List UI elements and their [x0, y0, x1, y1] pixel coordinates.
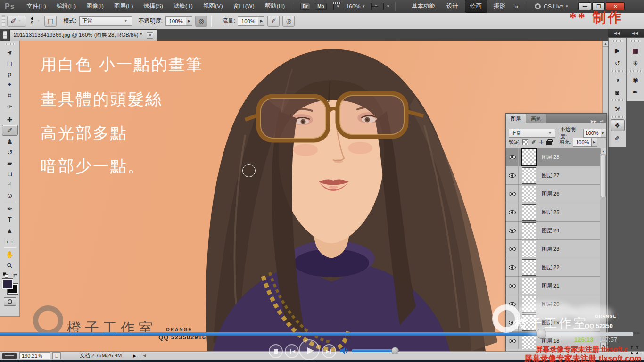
layer-row[interactable]: 图层 21 — [506, 277, 600, 295]
rectangular-marquee-tool[interactable]: ◻ — [2, 58, 18, 68]
lock-position-icon[interactable]: ✛ — [539, 139, 544, 146]
paths-icon[interactable]: ✒ — [628, 86, 643, 98]
eraser-tool[interactable]: ▰ — [2, 157, 18, 168]
panel-menu-icon[interactable]: ▾≡ — [600, 119, 604, 123]
menu-item[interactable]: 窗口(W) — [228, 0, 260, 13]
chevron-down-icon[interactable]: ▼ — [362, 4, 365, 8]
collapse-panels-icon[interactable]: ◀◀ — [632, 31, 638, 35]
layer-thumbnail[interactable] — [522, 259, 536, 276]
screen-mode-icon[interactable] — [383, 3, 384, 10]
stop-button[interactable] — [269, 344, 283, 358]
spinner-arrow-icon[interactable]: ▶ — [258, 16, 264, 26]
video-progress-filled[interactable] — [0, 332, 541, 336]
quick-mask-button[interactable] — [4, 297, 16, 306]
opacity-field[interactable]: 100% ▶ — [165, 16, 192, 26]
adjustments-icon[interactable]: ◑ — [611, 74, 625, 85]
workspace-button[interactable]: 绘画 — [465, 0, 487, 13]
dodge-tool[interactable]: ⊙ — [2, 190, 18, 201]
history-brush-tool[interactable]: ↺ — [2, 147, 18, 157]
color-icon[interactable]: ◉ — [628, 74, 643, 85]
brush-size-picker[interactable]: 9 — [31, 17, 33, 25]
layer-row[interactable]: 图层 27 — [506, 166, 600, 185]
pressure-opacity-button[interactable]: ◎ — [195, 16, 207, 27]
brush-presets-icon[interactable]: ✐ — [611, 132, 625, 144]
menu-item[interactable]: 图层(L) — [109, 0, 138, 13]
type-tool[interactable]: T — [2, 214, 18, 225]
flow-field[interactable]: 100% ▶ — [238, 16, 264, 26]
visibility-toggle[interactable] — [506, 277, 519, 295]
pressure-size-button[interactable]: ◎ — [282, 16, 295, 27]
quick-selection-tool[interactable]: ⌖ — [2, 79, 18, 90]
airbrush-button[interactable]: ✐ — [267, 16, 280, 27]
blend-mode-select[interactable]: 正常 ▼ — [79, 16, 132, 26]
layer-thumbnail[interactable] — [522, 241, 536, 257]
visibility-toggle[interactable] — [506, 148, 519, 166]
layer-thumbnail[interactable] — [522, 186, 536, 202]
history-icon[interactable]: ↺ — [611, 57, 625, 69]
opacity-value[interactable]: 100% — [583, 129, 601, 138]
layer-row[interactable]: 图层 25 — [506, 203, 600, 222]
previous-button[interactable]: ❙◀ — [285, 344, 299, 358]
layer-thumbnail[interactable] — [522, 222, 536, 239]
styles-icon[interactable]: ✳ — [628, 57, 643, 69]
close-document-icon[interactable]: ✕ — [147, 32, 153, 39]
spinner-arrow-icon[interactable]: ▶ — [186, 16, 192, 26]
visibility-toggle[interactable] — [506, 166, 519, 184]
collapse-panels-icon[interactable]: ◀◀ — [614, 31, 620, 35]
move-tool[interactable]: ➤ — [2, 47, 18, 58]
scrollbar-thumb[interactable] — [601, 155, 606, 197]
view-extras-icon[interactable] — [333, 3, 334, 10]
tab-layers[interactable]: 图层 — [506, 114, 526, 123]
foreground-color-swatch[interactable] — [2, 279, 13, 289]
chevron-down-icon[interactable]: ▼ — [37, 19, 41, 23]
workspace-button[interactable]: 设计 — [442, 0, 463, 12]
layer-row[interactable]: 图层 23 — [506, 240, 600, 258]
visibility-toggle[interactable] — [506, 203, 519, 221]
clone-stamp-tool[interactable]: ♟ — [2, 136, 18, 147]
lock-all-icon[interactable] — [546, 139, 552, 145]
document-tab[interactable]: 2012131133419366.jpg @ 160% (图层 28, RGB/… — [9, 29, 157, 41]
visibility-toggle[interactable] — [506, 240, 519, 258]
zoom-tool[interactable]: ⚲ — [2, 260, 18, 271]
shape-tool[interactable]: ▭ — [2, 236, 18, 247]
chevron-down-icon[interactable]: ▼ — [374, 4, 378, 8]
panel-menu-chip[interactable] — [2, 353, 17, 359]
tab-brush[interactable]: 画笔 — [526, 114, 546, 123]
collapse-panel-icon[interactable]: ▶▶ — [591, 119, 596, 123]
menu-item[interactable]: 选择(S) — [138, 0, 168, 13]
menu-item[interactable]: 视图(V) — [198, 0, 228, 13]
masks-icon[interactable]: ◙ — [611, 86, 625, 98]
tool-presets-icon[interactable]: ⚒ — [611, 103, 625, 115]
eyedropper-tool[interactable]: ✑ — [2, 101, 18, 112]
scroll-up-icon[interactable]: ▲ — [600, 148, 606, 154]
layer-row[interactable]: 图层 22 — [506, 258, 600, 277]
swatches-icon[interactable]: ▦ — [628, 44, 643, 56]
workspace-button[interactable]: 摄影 — [489, 0, 510, 12]
toggle-brush-panel-button[interactable]: ▤ — [44, 16, 57, 27]
lock-image-pixels-icon[interactable]: ✐ — [531, 139, 536, 146]
menu-item[interactable]: 滤镜(T) — [168, 0, 198, 13]
swap-colors-icon[interactable]: ⇄ — [13, 273, 17, 278]
visibility-toggle[interactable] — [506, 222, 519, 239]
layer-thumbnail[interactable] — [522, 278, 536, 294]
status-arrow-icon[interactable]: ▶ — [133, 354, 136, 358]
actions-icon[interactable]: ▶ — [611, 44, 625, 56]
bridge-button[interactable]: Br — [300, 3, 310, 10]
play-button[interactable]: ▶ — [299, 339, 320, 360]
paint-bucket-tool[interactable]: ⊔ — [2, 168, 18, 179]
smudge-tool[interactable]: ☝ — [2, 179, 18, 190]
menu-item[interactable]: 文件(F) — [22, 0, 51, 13]
menu-item[interactable]: 帮助(H) — [260, 0, 290, 13]
zoom-percentage-field[interactable]: 160.21% — [19, 352, 50, 359]
volume-icon[interactable] — [340, 347, 350, 354]
path-selection-tool[interactable]: ▲ — [2, 225, 18, 236]
tool-preset-picker[interactable]: ✐ ▼ — [7, 16, 26, 27]
scroll-left-icon[interactable]: ◀ — [141, 354, 147, 358]
layers-icon[interactable]: ❖ — [611, 119, 625, 131]
status-info-icon[interactable]: ❏ — [52, 352, 61, 359]
menu-item[interactable]: 编辑(E) — [51, 0, 82, 13]
fill-value[interactable]: 100% — [573, 138, 592, 147]
spinner-arrow-icon[interactable]: ▶ — [592, 138, 597, 147]
visibility-toggle[interactable] — [506, 258, 519, 276]
workspace-button[interactable]: 基本功能 — [407, 0, 440, 12]
